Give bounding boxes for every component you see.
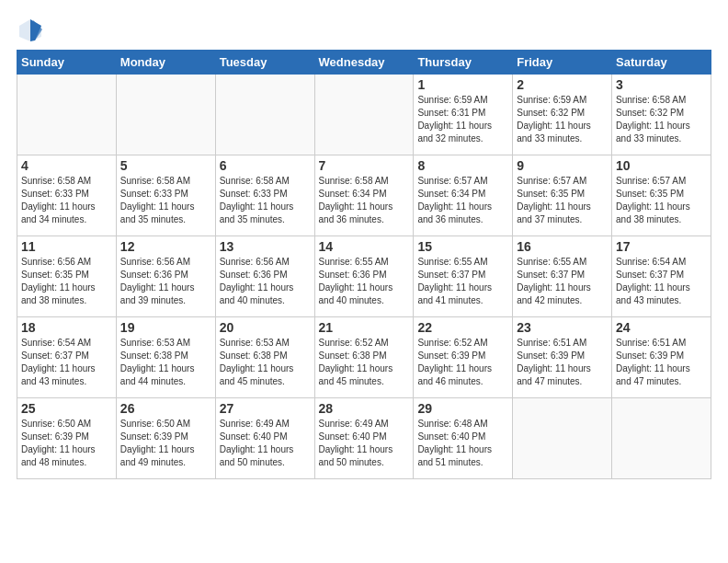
cal-cell: 7Sunrise: 6:58 AM Sunset: 6:34 PM Daylig… (314, 155, 414, 236)
cal-cell: 14Sunrise: 6:55 AM Sunset: 6:36 PM Dayli… (314, 236, 414, 317)
cal-cell: 11Sunrise: 6:56 AM Sunset: 6:35 PM Dayli… (17, 236, 117, 317)
day-info: Sunrise: 6:57 AM Sunset: 6:35 PM Dayligh… (517, 175, 608, 226)
cal-cell: 6Sunrise: 6:58 AM Sunset: 6:33 PM Daylig… (215, 155, 314, 236)
day-info: Sunrise: 6:58 AM Sunset: 6:34 PM Dayligh… (319, 175, 410, 226)
day-number: 25 (21, 401, 112, 416)
day-header-wednesday: Wednesday (314, 51, 414, 75)
days-header-row: SundayMondayTuesdayWednesdayThursdayFrid… (17, 51, 711, 75)
day-number: 5 (120, 158, 211, 173)
day-info: Sunrise: 6:56 AM Sunset: 6:35 PM Dayligh… (21, 256, 112, 307)
day-number: 16 (517, 239, 608, 254)
day-number: 22 (417, 320, 508, 335)
day-number: 15 (417, 239, 508, 254)
day-number: 8 (417, 158, 508, 173)
cal-cell: 27Sunrise: 6:49 AM Sunset: 6:40 PM Dayli… (215, 398, 314, 479)
cal-cell: 16Sunrise: 6:55 AM Sunset: 6:37 PM Dayli… (513, 236, 612, 317)
day-number: 24 (616, 320, 707, 335)
cal-cell: 23Sunrise: 6:51 AM Sunset: 6:39 PM Dayli… (513, 317, 612, 398)
cal-cell: 24Sunrise: 6:51 AM Sunset: 6:39 PM Dayli… (612, 317, 711, 398)
day-number: 12 (120, 239, 211, 254)
day-info: Sunrise: 6:52 AM Sunset: 6:38 PM Dayligh… (319, 337, 410, 388)
day-info: Sunrise: 6:56 AM Sunset: 6:36 PM Dayligh… (220, 256, 311, 307)
day-number: 23 (517, 320, 608, 335)
calendar-table: SundayMondayTuesdayWednesdayThursdayFrid… (17, 50, 711, 479)
day-number: 28 (319, 401, 410, 416)
day-info: Sunrise: 6:49 AM Sunset: 6:40 PM Dayligh… (319, 418, 410, 469)
day-info: Sunrise: 6:51 AM Sunset: 6:39 PM Dayligh… (616, 337, 707, 388)
week-row-0: 1Sunrise: 6:59 AM Sunset: 6:31 PM Daylig… (17, 75, 711, 155)
day-info: Sunrise: 6:55 AM Sunset: 6:37 PM Dayligh… (417, 256, 508, 307)
week-row-2: 11Sunrise: 6:56 AM Sunset: 6:35 PM Dayli… (17, 236, 711, 317)
day-number: 18 (21, 320, 112, 335)
day-number: 14 (319, 239, 410, 254)
day-number: 11 (21, 239, 112, 254)
cal-cell: 21Sunrise: 6:52 AM Sunset: 6:38 PM Dayli… (314, 317, 414, 398)
day-header-sunday: Sunday (17, 51, 117, 75)
cal-cell (513, 398, 612, 479)
week-row-1: 4Sunrise: 6:58 AM Sunset: 6:33 PM Daylig… (17, 155, 711, 236)
day-number: 13 (220, 239, 311, 254)
cal-cell (116, 75, 215, 155)
day-info: Sunrise: 6:56 AM Sunset: 6:36 PM Dayligh… (120, 256, 211, 307)
day-number: 27 (220, 401, 311, 416)
day-info: Sunrise: 6:52 AM Sunset: 6:39 PM Dayligh… (417, 337, 508, 388)
day-info: Sunrise: 6:55 AM Sunset: 6:36 PM Dayligh… (319, 256, 410, 307)
day-number: 6 (220, 158, 311, 173)
day-number: 26 (120, 401, 211, 416)
cal-cell: 26Sunrise: 6:50 AM Sunset: 6:39 PM Dayli… (116, 398, 215, 479)
day-info: Sunrise: 6:58 AM Sunset: 6:33 PM Dayligh… (21, 175, 112, 226)
cal-cell (215, 75, 314, 155)
cal-cell: 20Sunrise: 6:53 AM Sunset: 6:38 PM Dayli… (215, 317, 314, 398)
cal-cell: 3Sunrise: 6:58 AM Sunset: 6:32 PM Daylig… (612, 75, 711, 155)
day-number: 9 (517, 158, 608, 173)
day-number: 7 (319, 158, 410, 173)
day-info: Sunrise: 6:51 AM Sunset: 6:39 PM Dayligh… (517, 337, 608, 388)
day-header-friday: Friday (513, 51, 612, 75)
day-header-tuesday: Tuesday (215, 51, 314, 75)
day-info: Sunrise: 6:50 AM Sunset: 6:39 PM Dayligh… (21, 418, 112, 469)
cal-cell: 29Sunrise: 6:48 AM Sunset: 6:40 PM Dayli… (414, 398, 513, 479)
cal-cell: 17Sunrise: 6:54 AM Sunset: 6:37 PM Dayli… (612, 236, 711, 317)
cal-cell (314, 75, 414, 155)
cal-cell: 28Sunrise: 6:49 AM Sunset: 6:40 PM Dayli… (314, 398, 414, 479)
cal-cell: 10Sunrise: 6:57 AM Sunset: 6:35 PM Dayli… (612, 155, 711, 236)
day-number: 19 (120, 320, 211, 335)
cal-cell: 13Sunrise: 6:56 AM Sunset: 6:36 PM Dayli… (215, 236, 314, 317)
day-info: Sunrise: 6:49 AM Sunset: 6:40 PM Dayligh… (220, 418, 311, 469)
day-header-thursday: Thursday (414, 51, 513, 75)
cal-cell: 1Sunrise: 6:59 AM Sunset: 6:31 PM Daylig… (414, 75, 513, 155)
cal-cell: 9Sunrise: 6:57 AM Sunset: 6:35 PM Daylig… (513, 155, 612, 236)
cal-cell: 5Sunrise: 6:58 AM Sunset: 6:33 PM Daylig… (116, 155, 215, 236)
day-info: Sunrise: 6:53 AM Sunset: 6:38 PM Dayligh… (120, 337, 211, 388)
cal-cell: 22Sunrise: 6:52 AM Sunset: 6:39 PM Dayli… (414, 317, 513, 398)
cal-cell (612, 398, 711, 479)
day-info: Sunrise: 6:57 AM Sunset: 6:34 PM Dayligh… (417, 175, 508, 226)
cal-cell: 4Sunrise: 6:58 AM Sunset: 6:33 PM Daylig… (17, 155, 117, 236)
day-number: 3 (616, 77, 707, 92)
day-number: 4 (21, 158, 112, 173)
cal-cell: 25Sunrise: 6:50 AM Sunset: 6:39 PM Dayli… (17, 398, 117, 479)
day-info: Sunrise: 6:58 AM Sunset: 6:32 PM Dayligh… (616, 94, 707, 145)
calendar-page: SundayMondayTuesdayWednesdayThursdayFrid… (0, 0, 728, 563)
day-info: Sunrise: 6:59 AM Sunset: 6:31 PM Dayligh… (417, 94, 508, 145)
week-row-3: 18Sunrise: 6:54 AM Sunset: 6:37 PM Dayli… (17, 317, 711, 398)
cal-cell: 12Sunrise: 6:56 AM Sunset: 6:36 PM Dayli… (116, 236, 215, 317)
header (17, 17, 711, 44)
cal-cell: 2Sunrise: 6:59 AM Sunset: 6:32 PM Daylig… (513, 75, 612, 155)
day-number: 20 (220, 320, 311, 335)
day-number: 1 (417, 77, 508, 92)
day-number: 29 (417, 401, 508, 416)
day-info: Sunrise: 6:54 AM Sunset: 6:37 PM Dayligh… (616, 256, 707, 307)
day-header-monday: Monday (116, 51, 215, 75)
day-info: Sunrise: 6:58 AM Sunset: 6:33 PM Dayligh… (220, 175, 311, 226)
logo (17, 17, 48, 44)
logo-icon (17, 17, 44, 44)
cal-cell: 19Sunrise: 6:53 AM Sunset: 6:38 PM Dayli… (116, 317, 215, 398)
day-number: 2 (517, 77, 608, 92)
day-number: 17 (616, 239, 707, 254)
day-info: Sunrise: 6:53 AM Sunset: 6:38 PM Dayligh… (220, 337, 311, 388)
week-row-4: 25Sunrise: 6:50 AM Sunset: 6:39 PM Dayli… (17, 398, 711, 479)
day-number: 21 (319, 320, 410, 335)
day-info: Sunrise: 6:48 AM Sunset: 6:40 PM Dayligh… (417, 418, 508, 469)
cal-cell: 15Sunrise: 6:55 AM Sunset: 6:37 PM Dayli… (414, 236, 513, 317)
